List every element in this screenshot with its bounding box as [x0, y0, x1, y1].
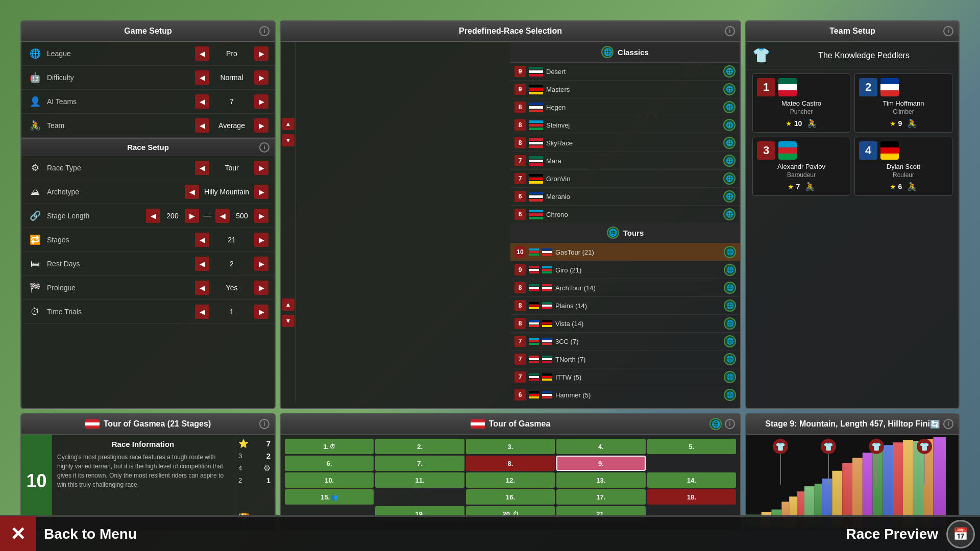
rest-days-right-btn[interactable]: ▶ — [254, 257, 268, 271]
stage-cell[interactable]: 10. — [285, 472, 374, 488]
stage-min-left-btn[interactable]: ◀ — [146, 209, 160, 223]
stage-cell[interactable]: 14. — [647, 472, 736, 488]
tours-scroll-up[interactable]: ▲ — [282, 298, 295, 311]
stage-cell — [375, 489, 464, 505]
rest-days-label: Rest Days — [47, 260, 195, 268]
classics-item[interactable]: 9 Desert 🌐 — [510, 63, 740, 81]
rider-flag — [880, 141, 899, 160]
stage-cell[interactable]: 9. — [556, 456, 645, 471]
classics-scroll-up[interactable]: ▲ — [282, 118, 295, 130]
time-trials-left-btn[interactable]: ◀ — [195, 305, 209, 319]
stage-cell[interactable]: 12. — [466, 472, 555, 488]
stage-profile-info-icon[interactable]: i — [943, 419, 953, 429]
tours-item[interactable]: 8 ArchTour (14) 🌐 — [510, 279, 740, 297]
stage-cell[interactable]: 1.⏱ — [285, 439, 374, 454]
classics-item[interactable]: 7 GronVin 🌐 — [510, 170, 740, 188]
stage-cell[interactable]: 18. — [647, 489, 736, 505]
team-left-btn[interactable]: ◀ — [195, 118, 209, 133]
race-info-inner: 10 Race Information Cycling's most prest… — [21, 435, 275, 528]
stage-cell[interactable]: 3. — [466, 439, 555, 454]
race-num: 8 — [514, 137, 526, 148]
tours-item[interactable]: 8 Vista (14) 🌐 — [510, 315, 740, 333]
ai-teams-left-btn[interactable]: ◀ — [195, 94, 209, 109]
game-setup-info-icon[interactable]: i — [259, 26, 270, 36]
stage-min-right-btn[interactable]: ▶ — [185, 209, 199, 223]
classics-item[interactable]: 8 SkyRace 🌐 — [510, 134, 740, 152]
classics-item[interactable]: 6 Meranio 🌐 — [510, 188, 740, 206]
rest-days-left-btn[interactable]: ◀ — [195, 257, 209, 271]
race-desc-title: Race Information — [57, 440, 229, 448]
race-setup-info-icon[interactable]: i — [259, 142, 270, 153]
prologue-right-btn[interactable]: ▶ — [254, 281, 268, 295]
stage-max-right-btn[interactable]: ▶ — [254, 209, 268, 223]
race-globe-icon: 🌐 — [723, 190, 736, 203]
tour-stages-info-icon[interactable]: i — [725, 419, 735, 429]
stage-profile-header: Stage 9: Mountain, Length 457, Hilltop F… — [746, 414, 959, 435]
tours-item[interactable]: 8 Plains (14) 🌐 — [510, 297, 740, 315]
stages-right-btn[interactable]: ▶ — [254, 233, 268, 247]
stage-cell[interactable]: 15.👥 — [285, 489, 374, 505]
race-info-info-icon[interactable]: i — [259, 419, 270, 429]
stages-left-btn[interactable]: ◀ — [195, 233, 209, 247]
archetype-left-btn[interactable]: ◀ — [185, 185, 199, 199]
stage-cell[interactable]: 7. — [375, 456, 464, 471]
classics-item[interactable]: 8 Steinvej 🌐 — [510, 116, 740, 134]
stage-num: 4. — [598, 443, 604, 450]
race-name: Vista (14) — [555, 320, 721, 328]
stage-cell[interactable]: 13. — [556, 472, 645, 488]
stage-num: 5. — [689, 443, 694, 450]
tours-scroll-down[interactable]: ▼ — [282, 315, 295, 327]
rider-num-row: 4 — [859, 141, 948, 160]
prologue-left-btn[interactable]: ◀ — [195, 281, 209, 295]
classics-item[interactable]: 7 Mara 🌐 — [510, 152, 740, 170]
stage-cell[interactable]: 2. — [375, 439, 464, 454]
team-right-btn[interactable]: ▶ — [254, 118, 268, 133]
race-type-right-btn[interactable]: ▶ — [254, 161, 268, 175]
rider-name: Dylan Scott — [859, 163, 948, 170]
league-left-btn[interactable]: ◀ — [195, 46, 209, 61]
difficulty-left-btn[interactable]: ◀ — [195, 70, 209, 85]
stage-cell[interactable]: 8. — [466, 456, 555, 471]
stage-max-left-btn[interactable]: ◀ — [215, 209, 230, 223]
stage-profile-chart-area: 👕 👕 👕 👕 — [746, 435, 959, 528]
rider-type: Rouleur — [859, 171, 948, 179]
classics-list: 9 Desert 🌐 9 Masters 🌐 8 Hegen 🌐 8 — [510, 63, 740, 222]
team-setup-info-icon[interactable]: i — [943, 26, 953, 36]
classics-item[interactable]: 8 Hegen 🌐 — [510, 98, 740, 116]
stage-cell[interactable]: 5. — [647, 439, 736, 454]
stage-cell[interactable]: 17. — [556, 489, 645, 505]
league-right-btn[interactable]: ▶ — [254, 46, 268, 61]
tours-item[interactable]: 6 Hammer (5) 🌐 — [510, 386, 740, 403]
classics-item[interactable]: 6 Chrono 🌐 — [510, 206, 740, 222]
stage-cell[interactable]: 11. — [375, 472, 464, 488]
race-preview-button[interactable]: Race Preview 📅 — [846, 520, 980, 548]
stage-cell[interactable]: 6. — [285, 456, 374, 471]
rider-name: Tim Hoffmann — [859, 99, 948, 107]
difficulty-right-btn[interactable]: ▶ — [254, 70, 268, 85]
stage-cell[interactable]: 16. — [466, 489, 555, 505]
rider-rating: 7 — [796, 183, 800, 191]
race-info-panel: Tour of Gasmea (21 Stages) i 10 Race Inf… — [20, 413, 276, 531]
tour-stages-globe-icon[interactable]: 🌐 — [709, 418, 722, 430]
stat4-num: 2 — [238, 477, 242, 484]
archetype-right-btn[interactable]: ▶ — [254, 185, 268, 199]
tours-item[interactable]: 7 3CC (7) 🌐 — [510, 333, 740, 350]
tours-item[interactable]: 9 Giro (21) 🌐 — [510, 261, 740, 279]
ai-teams-right-btn[interactable]: ▶ — [254, 94, 268, 109]
ai-teams-value: 7 — [211, 97, 252, 106]
tours-item[interactable]: 7 TNorth (7) 🌐 — [510, 350, 740, 368]
tours-item[interactable]: 7 ITTW (5) 🌐 — [510, 368, 740, 386]
back-to-menu-button[interactable]: ✕ Back to Menu — [0, 516, 137, 552]
race-desc-text: Cycling's most prestigious race features… — [57, 453, 229, 489]
refresh-icon[interactable]: 🔄 — [930, 419, 940, 429]
rider-box: 2 Tim Hoffmann Climber ★ 9 🚴 — [854, 73, 952, 133]
stage-cell[interactable]: 4. — [556, 439, 645, 454]
race-type-left-btn[interactable]: ◀ — [195, 161, 209, 175]
predefined-race-info-icon[interactable]: i — [725, 26, 735, 36]
classics-item[interactable]: 9 Masters 🌐 — [510, 81, 740, 98]
tours-item[interactable]: 10 GasTour (21) 🌐 — [510, 243, 740, 261]
classics-scroll-down[interactable]: ▼ — [282, 134, 295, 146]
race-globe-icon: 🌐 — [724, 282, 736, 294]
rider-box: 3 Alexandr Pavlov Baroudeur ★ 7 🚴 — [752, 137, 850, 196]
time-trials-right-btn[interactable]: ▶ — [254, 305, 268, 319]
